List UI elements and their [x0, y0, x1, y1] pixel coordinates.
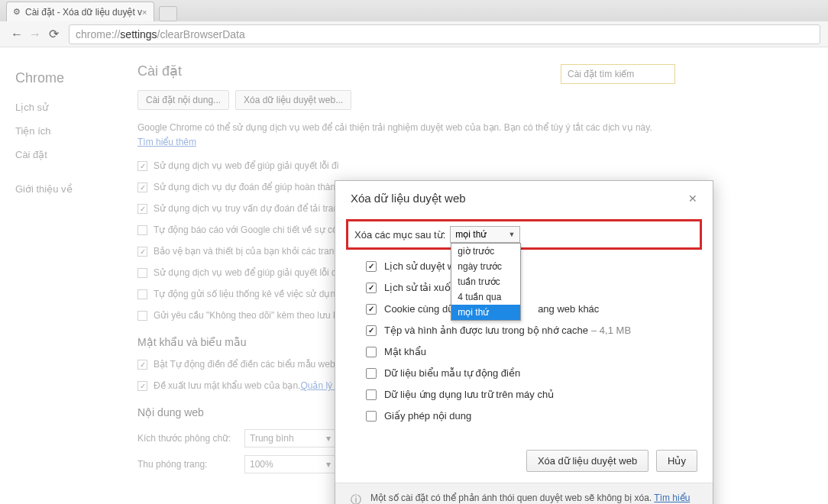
checkbox[interactable] [366, 283, 377, 293]
time-range-value: mọi thứ [455, 229, 487, 240]
clear-data-option: Lịch sử duyệt w [366, 260, 691, 272]
font-size-select[interactable]: Trung bình▾ [244, 429, 336, 447]
sidebar-item-settings[interactable]: Cài đặt [15, 149, 122, 160]
time-range-menu: giờ trướcngày trướctuần trước4 tuần quam… [451, 243, 521, 321]
content-settings-button[interactable]: Cài đặt nội dung... [137, 90, 229, 110]
checkbox[interactable] [366, 368, 377, 379]
option-label: Mật khẩu [384, 346, 426, 357]
settings-sidebar: Chrome Lịch sử Tiện ích Cài đặt Giới thi… [15, 63, 122, 489]
settings-search-input[interactable] [561, 64, 675, 84]
option-label: Tệp và hình ảnh được lưu trong bộ nhớ ca… [384, 325, 588, 336]
checkbox[interactable] [137, 247, 147, 257]
checkbox-label: Tự động gửi số liệu thống kê về việc sử … [154, 289, 341, 299]
time-range-option[interactable]: 4 tuần qua [451, 289, 520, 305]
cancel-button[interactable]: Hủy [656, 450, 697, 472]
url-input[interactable]: chrome://settings/clearBrowserData [69, 24, 820, 44]
checkbox[interactable] [366, 304, 377, 315]
checkbox[interactable] [366, 411, 377, 422]
checkbox[interactable] [366, 389, 377, 400]
option-label: Lịch sử tải xuố [384, 282, 451, 293]
label-tail: ang web khác [538, 303, 599, 315]
tab-title: Cài đặt - Xóa dữ liệu duyệt v [25, 7, 142, 18]
time-range-option[interactable]: ngày trước [451, 259, 520, 274]
browser-tab[interactable]: ⚙ Cài đặt - Xóa dữ liệu duyệt v × [6, 2, 154, 21]
option-label: Cookie cùng dữ [384, 303, 454, 315]
gear-icon: ⚙ [13, 7, 21, 17]
option-label: Dữ liệu ứng dụng lưu trữ trên máy chủ [384, 389, 554, 400]
sidebar-item-about[interactable]: Giới thiệu về [15, 183, 122, 195]
checkbox[interactable] [366, 261, 377, 272]
option-label: Giấy phép nội dung [384, 410, 471, 422]
checkbox-label: Gửi yêu cầu "Không theo dõi" kèm theo lư… [154, 310, 335, 321]
time-range-dropdown[interactable]: mọi thứ ▼ giờ trướcngày trướctuần trước4… [450, 226, 520, 243]
new-tab-button[interactable] [159, 6, 177, 21]
confirm-clear-button[interactable]: Xóa dữ liệu duyệt web [526, 450, 648, 472]
info-icon: ⓘ [351, 493, 361, 504]
close-tab-icon[interactable]: × [142, 8, 147, 17]
reload-button[interactable]: ⟳ [44, 25, 63, 44]
checkbox-label: Tự động báo cáo với Google chi tiết về s… [154, 225, 338, 235]
checkbox-label: Bật Tự động điền để điền các biểu mẫu we… [154, 359, 343, 370]
footer-text: Một số cài đặt có thể phản ánh thói quen… [370, 493, 697, 504]
time-range-option[interactable]: giờ trước [451, 244, 520, 259]
option-label: Lịch sử duyệt w [384, 260, 454, 272]
time-range-label: Xóa các mục sau từ: [354, 229, 445, 241]
checkbox[interactable] [366, 347, 377, 357]
time-range-row: Xóa các mục sau từ: mọi thứ ▼ giờ trướcn… [346, 219, 702, 250]
page-zoom-label: Thu phóng trang: [137, 459, 244, 470]
sidebar-item-extensions[interactable]: Tiện ích [15, 125, 122, 137]
privacy-description: Google Chrome có thể sử dụng dịch vụ web… [137, 121, 657, 150]
address-bar: ← → ⟳ chrome://settings/clearBrowserData [0, 21, 828, 47]
checkbox[interactable] [137, 360, 147, 370]
checkbox[interactable] [137, 381, 147, 391]
forward-button[interactable]: → [26, 25, 44, 44]
brand-title: Chrome [15, 70, 122, 86]
sidebar-item-history[interactable]: Lịch sử [15, 102, 122, 113]
checkbox[interactable] [137, 289, 147, 299]
chevron-down-icon: ▼ [508, 231, 515, 238]
size-suffix: – 4,1 MB [591, 325, 631, 336]
clear-data-option: Dữ liệu ứng dụng lưu trữ trên máy chủ [366, 389, 691, 400]
clear-data-button[interactable]: Xóa dữ liệu duyệt web... [235, 90, 351, 110]
url-text: chrome://settings/clearBrowserData [76, 28, 245, 40]
time-range-option[interactable]: mọi thứ [451, 305, 520, 320]
checkbox-label: Bảo vệ bạn và thiết bị của bạn khỏi các … [154, 246, 339, 257]
checkbox[interactable] [137, 183, 147, 192]
tab-bar: ⚙ Cài đặt - Xóa dữ liệu duyệt v × [0, 0, 828, 21]
clear-data-option: Cookie cùng dữang web khác [366, 303, 691, 315]
checkbox-label: Sử dụng dịch vụ web để giúp giải quyết l… [154, 160, 338, 171]
dialog-footer: ⓘ Một số cài đặt có thể phản ánh thói qu… [335, 483, 713, 504]
learn-more-link[interactable]: Tìm hiểu thêm [137, 137, 196, 147]
dialog-title: Xóa dữ liệu duyệt web [351, 192, 466, 205]
back-button[interactable]: ← [8, 25, 26, 44]
clear-browsing-data-dialog: Xóa dữ liệu duyệt web ✕ Xóa các mục sau … [335, 180, 713, 504]
checkbox[interactable] [137, 225, 147, 235]
option-label: Dữ liệu biểu mẫu tự động điền [384, 367, 520, 379]
font-size-label: Kích thước phông chữ: [137, 433, 244, 444]
page-zoom-select[interactable]: 100%▾ [244, 455, 336, 473]
checkbox-label: Sử dụng dịch vụ truy vấn dự đoán để tải … [154, 203, 344, 214]
checkbox[interactable] [137, 161, 147, 171]
checkbox[interactable] [366, 325, 377, 336]
clear-data-option: Lịch sử tải xuố [366, 282, 691, 293]
privacy-checkbox-row: Sử dụng dịch vụ web để giúp giải quyết l… [137, 160, 657, 171]
clear-data-option: Tệp và hình ảnh được lưu trong bộ nhớ ca… [366, 325, 691, 336]
clear-data-option: Mật khẩu [366, 346, 691, 357]
checkbox-label: Sử dụng dịch vụ web để giúp giải quyết l… [154, 267, 344, 278]
checkbox-label: Sử dụng dịch vụ dự đoán để giúp hoàn thà… [154, 182, 341, 192]
clear-data-option: Giấy phép nội dung [366, 410, 691, 422]
checkbox[interactable] [137, 204, 147, 214]
checkbox[interactable] [137, 311, 147, 321]
close-dialog-button[interactable]: ✕ [688, 192, 697, 205]
checkbox-label: Đề xuất lưu mật khẩu web của bạn. [154, 380, 300, 391]
checkbox[interactable] [137, 268, 147, 278]
time-range-option[interactable]: tuần trước [451, 274, 520, 289]
clear-data-option: Dữ liệu biểu mẫu tự động điền [366, 367, 691, 379]
